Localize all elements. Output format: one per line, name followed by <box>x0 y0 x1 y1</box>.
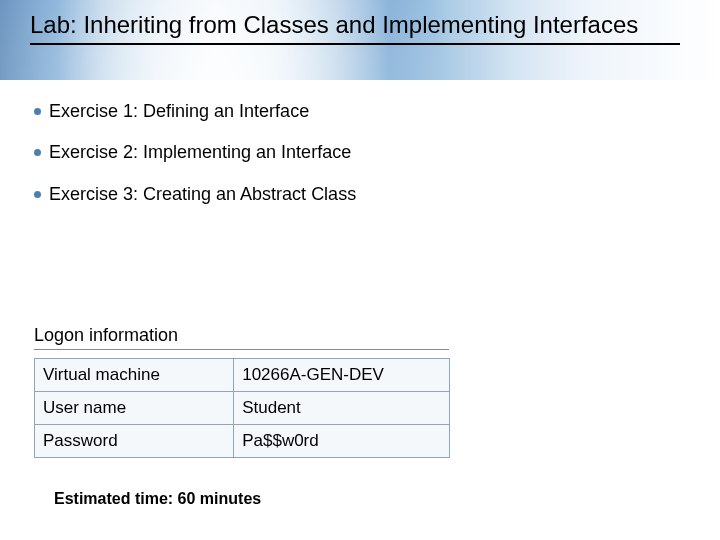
logon-heading: Logon information <box>34 325 449 350</box>
table-row: User name Student <box>35 392 450 425</box>
list-item: Exercise 2: Implementing an Interface <box>34 141 680 164</box>
bullet-text: Exercise 1: Defining an Interface <box>49 100 309 123</box>
bullet-list: Exercise 1: Defining an Interface Exerci… <box>34 100 680 224</box>
bullet-icon <box>34 191 41 198</box>
logon-label: User name <box>35 392 234 425</box>
bullet-text: Exercise 2: Implementing an Interface <box>49 141 351 164</box>
bullet-text: Exercise 3: Creating an Abstract Class <box>49 183 356 206</box>
estimated-time: Estimated time: 60 minutes <box>54 490 261 508</box>
slide: Lab: Inheriting from Classes and Impleme… <box>0 0 720 540</box>
logon-value: Student <box>234 392 450 425</box>
bullet-icon <box>34 149 41 156</box>
logon-label: Password <box>35 425 234 458</box>
table-row: Virtual machine 10266A-GEN-DEV <box>35 359 450 392</box>
logon-value: Pa$$w0rd <box>234 425 450 458</box>
list-item: Exercise 1: Defining an Interface <box>34 100 680 123</box>
table-row: Password Pa$$w0rd <box>35 425 450 458</box>
logon-value: 10266A-GEN-DEV <box>234 359 450 392</box>
bullet-icon <box>34 108 41 115</box>
list-item: Exercise 3: Creating an Abstract Class <box>34 183 680 206</box>
slide-title: Lab: Inheriting from Classes and Impleme… <box>30 10 680 45</box>
logon-table: Virtual machine 10266A-GEN-DEV User name… <box>34 358 450 458</box>
logon-label: Virtual machine <box>35 359 234 392</box>
